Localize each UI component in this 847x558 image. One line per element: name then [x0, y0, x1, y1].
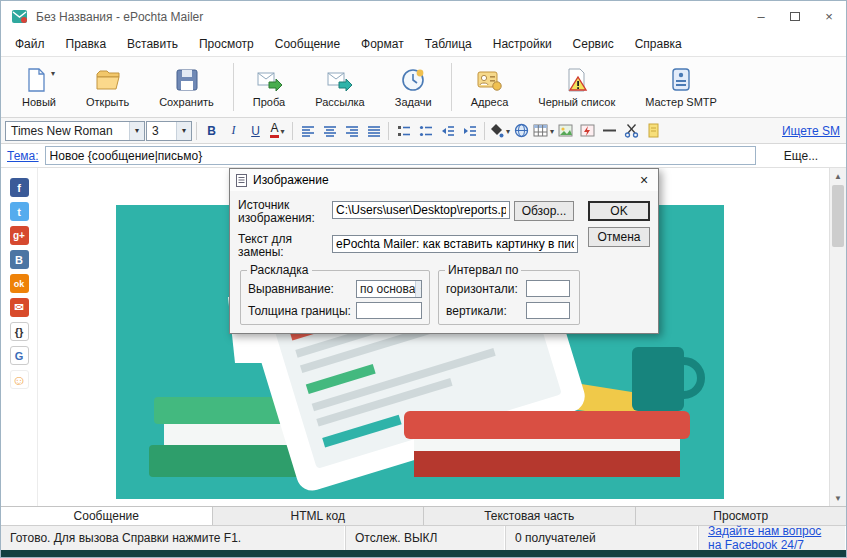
fill-color-button[interactable]: ▾	[489, 120, 510, 141]
tab-text-part[interactable]: Текстовая часть	[424, 507, 636, 525]
browse-button[interactable]: Обзор...	[514, 201, 574, 221]
font-color-button[interactable]: A▾	[267, 120, 288, 141]
cancel-button[interactable]: Отмена	[588, 227, 650, 247]
smtp-search-link[interactable]: Ищете SM	[782, 124, 842, 138]
underline-button[interactable]: U	[245, 120, 266, 141]
toolbar-tasks-button[interactable]: Задачи	[380, 64, 447, 111]
insert-flash-button[interactable]	[577, 120, 598, 141]
facebook-icon[interactable]: f	[10, 178, 29, 197]
font-size-select[interactable]: 3 ▾	[146, 121, 192, 141]
tasks-clock-icon	[400, 67, 426, 94]
smiley-icon[interactable]: ☺	[10, 370, 29, 389]
cut-button[interactable]	[621, 120, 642, 141]
toolbar-blacklist-button[interactable]: Черный список	[523, 64, 630, 111]
menu-item-settings[interactable]: Настройки	[493, 37, 552, 51]
new-document-icon: ▾	[23, 67, 55, 94]
titlebar: Без Названия - ePochta Mailer – ×	[1, 1, 846, 32]
italic-button[interactable]: I	[223, 120, 244, 141]
minimize-button[interactable]: –	[744, 1, 778, 32]
status-bar: Готово. Для вызова Справки нажмите F1. О…	[1, 525, 846, 550]
scroll-down-icon[interactable]: ▼	[830, 490, 846, 506]
close-button[interactable]: ×	[812, 1, 846, 32]
chevron-down-icon: ▾	[129, 122, 144, 140]
menu-item-format[interactable]: Формат	[361, 37, 404, 51]
menu-item-message[interactable]: Сообщение	[275, 37, 340, 51]
image-source-input[interactable]	[332, 201, 510, 219]
scroll-up-icon[interactable]: ▲	[830, 168, 846, 184]
menu-item-table[interactable]: Таблица	[425, 37, 472, 51]
ok-button[interactable]: OK	[588, 201, 650, 221]
vertical-spacing-input[interactable]	[526, 302, 570, 319]
separator	[484, 122, 485, 140]
email-icon[interactable]: ✉	[10, 298, 29, 317]
align-justify-button[interactable]	[363, 120, 384, 141]
horizontal-spacing-input[interactable]	[526, 280, 570, 297]
more-button[interactable]: Еще...	[762, 149, 840, 163]
google-icon[interactable]: G	[10, 346, 29, 365]
toolbar-new-button[interactable]: ▾ Новый	[7, 64, 71, 111]
indent-button[interactable]	[459, 120, 480, 141]
dialog-close-icon[interactable]: ×	[635, 172, 653, 188]
blacklist-icon	[564, 67, 590, 94]
vk-icon[interactable]: В	[10, 250, 29, 269]
toolbar-smtp-wizard-button[interactable]: Мастер SMTP	[630, 64, 732, 111]
maximize-button[interactable]	[778, 1, 812, 32]
insert-image-button[interactable]	[555, 120, 576, 141]
toolbar-open-button[interactable]: Открыть	[71, 64, 144, 111]
chevron-down-icon: ▾	[506, 127, 510, 136]
tab-preview[interactable]: Просмотр	[636, 507, 847, 525]
open-folder-icon	[95, 67, 121, 94]
bulleted-list-button[interactable]	[415, 120, 436, 141]
border-width-input[interactable]	[356, 302, 422, 319]
toolbar-send-button[interactable]: Рассылка	[300, 64, 380, 111]
menu-item-edit[interactable]: Правка	[66, 37, 107, 51]
toolbar-addresses-button[interactable]: Адреса	[456, 64, 524, 111]
bold-button[interactable]: B	[201, 120, 222, 141]
recipients-count: 0 получателей	[506, 526, 699, 550]
horizontal-rule-button[interactable]	[599, 120, 620, 141]
image-dialog-titlebar: Изображение ×	[230, 169, 658, 191]
odnoklassniki-icon[interactable]: ok	[10, 274, 29, 293]
numbered-list-button[interactable]	[393, 120, 414, 141]
vertical-label: вертикали:	[446, 305, 507, 318]
code-icon[interactable]: {}	[10, 322, 29, 341]
toolbar-save-button[interactable]: Сохранить	[144, 64, 229, 111]
menu-item-service[interactable]: Сервис	[573, 37, 614, 51]
facebook-support-link[interactable]: Задайте нам вопрос на Facebook 24/7	[708, 524, 837, 552]
vertical-scrollbar[interactable]: ▲ ▼	[829, 168, 846, 506]
spacing-group-label: Интервал по	[445, 263, 521, 277]
dialog-icon	[235, 174, 248, 187]
align-center-button[interactable]	[319, 120, 340, 141]
tab-message[interactable]: Сообщение	[1, 507, 213, 525]
alignment-select[interactable]: по основа ▾	[356, 280, 422, 298]
alt-text-label: Текст для замены:	[238, 233, 330, 259]
image-dialog: Изображение × Источник изображения: Обзо…	[229, 168, 659, 334]
new-dropdown-icon[interactable]: ▾	[51, 69, 55, 78]
menu-item-view[interactable]: Просмотр	[199, 37, 254, 51]
menu-item-file[interactable]: Файл	[15, 37, 45, 51]
toolbar-separator	[451, 63, 452, 111]
google-plus-icon[interactable]: g+	[10, 226, 29, 245]
menu-item-insert[interactable]: Вставить	[127, 37, 178, 51]
chevron-down-icon: ▾	[281, 127, 285, 136]
scrollbar-thumb[interactable]	[832, 185, 844, 247]
subject-input[interactable]	[45, 146, 756, 165]
separator	[292, 122, 293, 140]
smtp-wizard-icon	[668, 67, 694, 94]
outdent-button[interactable]	[437, 120, 458, 141]
subject-label-link[interactable]: Тема:	[7, 149, 39, 163]
toolbar-separator	[233, 63, 234, 111]
alignment-label: Выравнивание:	[248, 283, 334, 296]
hyperlink-globe-button[interactable]	[511, 120, 532, 141]
template-page-button[interactable]	[643, 120, 664, 141]
alt-text-input[interactable]	[332, 235, 578, 253]
insert-table-button[interactable]: ▾	[533, 120, 554, 141]
font-family-select[interactable]: Times New Roman ▾	[5, 121, 145, 141]
align-right-button[interactable]	[341, 120, 362, 141]
twitter-icon[interactable]: t	[10, 202, 29, 221]
menu-item-help[interactable]: Справка	[635, 37, 682, 51]
toolbar-test-button[interactable]: Проба	[238, 64, 300, 111]
save-icon	[174, 67, 200, 94]
tab-html-code[interactable]: HTML код	[213, 507, 425, 525]
align-left-button[interactable]	[297, 120, 318, 141]
